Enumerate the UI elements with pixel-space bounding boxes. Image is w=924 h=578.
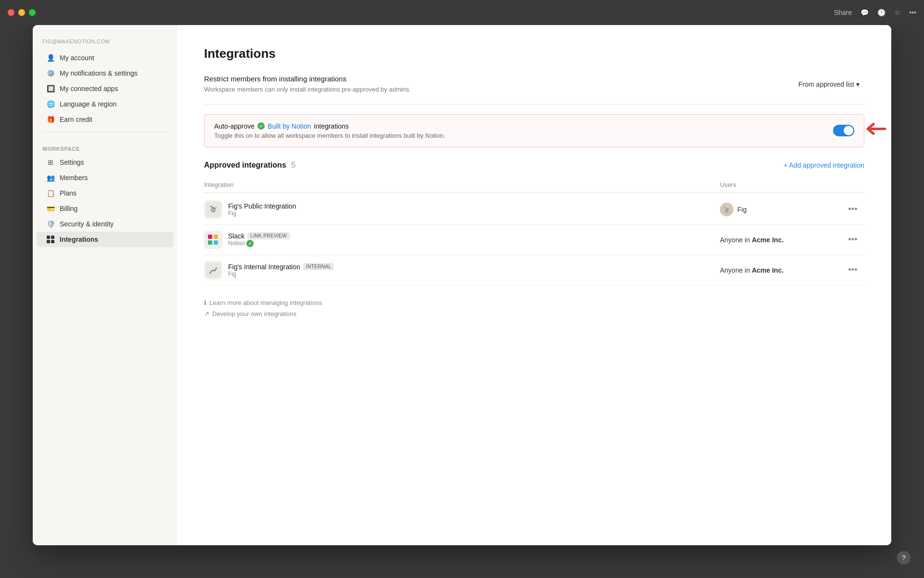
table-row: Fig's Internal Integration INTERNAL Fig … (204, 255, 864, 286)
figs-internal-details: Fig's Internal Integration INTERNAL Fig (228, 263, 334, 277)
sidebar-item-label-earn-credit: Earn credit (60, 116, 92, 123)
sidebar-item-label-my-notifications: My notifications & settings (60, 69, 138, 77)
more-options-figs-internal[interactable]: ••• (845, 263, 860, 278)
members-icon: 👥 (46, 173, 55, 182)
sidebar-item-settings[interactable]: ⊞ Settings (37, 155, 173, 170)
develop-integrations-label: Develop your own integrations (212, 310, 296, 317)
sidebar-divider (42, 132, 167, 132)
share-label[interactable]: Share (834, 9, 852, 16)
svg-point-9 (726, 210, 727, 211)
svg-rect-2 (47, 240, 50, 243)
sidebar: FIG@MAKENOTION.COM 👤 My account ⚙️ My no… (33, 25, 177, 545)
built-by-notion-label: Built by Notion (268, 122, 311, 130)
figs-public-integration-icon (204, 200, 222, 219)
toggle-knob (844, 126, 853, 135)
external-link-icon: ↗ (204, 310, 209, 317)
svg-rect-1 (51, 236, 54, 239)
connected-apps-icon: 🔲 (46, 84, 55, 93)
sidebar-item-my-account[interactable]: 👤 My account (37, 50, 173, 66)
chevron-down-icon: ▾ (856, 80, 860, 88)
sidebar-item-members[interactable]: 👥 Members (37, 170, 173, 185)
figs-internal-integration-icon (204, 261, 222, 279)
auto-approve-toggle[interactable] (833, 125, 854, 136)
billing-icon: 💳 (46, 204, 55, 213)
sidebar-item-label-members: Members (60, 174, 88, 182)
minimize-button[interactable] (18, 9, 25, 16)
titlebar-actions: Share 💬 🕐 ☆ ••• (834, 9, 916, 16)
user-avatar-fig (720, 203, 733, 216)
user-label-slack: Anyone in Acme Inc. (720, 236, 783, 244)
add-approved-integration-button[interactable]: + Add approved integration (783, 161, 864, 169)
actions-cell-slack: ••• (845, 232, 864, 248)
sidebar-item-label-language-region: Language & region (60, 100, 116, 108)
sidebar-item-language-region[interactable]: 🌐 Language & region (37, 96, 173, 112)
history-icon[interactable]: 🕐 (877, 9, 886, 16)
chat-icon[interactable]: 💬 (860, 9, 869, 16)
slack-sub: Notion ✓ (228, 240, 290, 248)
integration-cell-figs-internal: Fig's Internal Integration INTERNAL Fig (204, 261, 720, 279)
auto-approve-content: Auto-approve ✓ Built by Notion integrati… (214, 122, 445, 139)
traffic-lights (8, 9, 36, 16)
sidebar-item-label-my-account: My account (60, 54, 94, 62)
plans-icon: 📋 (46, 189, 55, 197)
develop-integrations-link[interactable]: ↗ Develop your own integrations (204, 310, 864, 317)
red-arrow-indicator (865, 122, 888, 140)
slack-details: Slack LINK PREVIEW Notion ✓ (228, 232, 290, 248)
figs-internal-name: Fig's Internal Integration INTERNAL (228, 263, 334, 271)
more-options-slack[interactable]: ••• (845, 232, 860, 248)
sidebar-item-label-settings: Settings (60, 158, 84, 166)
info-icon: ℹ (204, 299, 206, 306)
column-header-integration: Integration (204, 181, 720, 188)
restrict-text: Restrict members from installing integra… (204, 75, 411, 94)
sidebar-item-security-identity[interactable]: 🛡️ Security & identity (37, 216, 173, 232)
learn-more-link[interactable]: ℹ Learn more about managing integrations (204, 299, 864, 306)
language-icon: 🌐 (46, 100, 55, 108)
sidebar-item-label-billing: Billing (60, 205, 77, 212)
sidebar-item-earn-credit[interactable]: 🎁 Earn credit (37, 112, 173, 127)
close-button[interactable] (8, 9, 14, 16)
actions-cell-figs-public: ••• (845, 202, 864, 217)
slack-link-preview-badge: LINK PREVIEW (247, 232, 290, 239)
help-button[interactable]: ? (897, 551, 911, 565)
auto-approve-sub: Toggle this on to allow all workspace me… (214, 132, 445, 139)
user-bold-acme-slack: Acme Inc. (752, 236, 783, 244)
approved-integrations-title-group: Approved integrations 5 (204, 161, 295, 170)
integrations-icon (46, 235, 55, 244)
sidebar-email: FIG@MAKENOTION.COM (33, 39, 177, 50)
earn-credit-icon: 🎁 (46, 115, 55, 124)
auto-approve-text: Auto-approve ✓ Built by Notion integrati… (214, 122, 445, 130)
sidebar-item-my-notifications[interactable]: ⚙️ My notifications & settings (37, 66, 173, 81)
restrict-title: Restrict members from installing integra… (204, 75, 411, 83)
user-cell-slack: Anyone in Acme Inc. (720, 236, 845, 244)
figs-internal-badge: INTERNAL (303, 263, 334, 270)
security-icon: 🛡️ (46, 220, 55, 228)
svg-point-6 (213, 209, 214, 210)
sidebar-item-my-connected-apps[interactable]: 🔲 My connected apps (37, 81, 173, 96)
slack-notion-verified-icon: ✓ (246, 240, 254, 247)
restrict-section: Restrict members from installing integra… (204, 75, 864, 105)
sidebar-item-plans[interactable]: 📋 Plans (37, 185, 173, 201)
auto-approve-box: Auto-approve ✓ Built by Notion integrati… (204, 114, 864, 147)
more-icon[interactable]: ••• (909, 9, 916, 16)
user-label-figs-internal: Anyone in Acme Inc. (720, 266, 783, 274)
star-icon[interactable]: ☆ (894, 9, 900, 16)
figs-public-details: Fig's Public Integration Fig (228, 202, 296, 217)
sidebar-item-billing[interactable]: 💳 Billing (37, 201, 173, 216)
user-cell-figs-public: Fig (720, 203, 845, 216)
notion-verified-icon: ✓ (257, 122, 265, 130)
auto-approve-post: integrations (314, 122, 348, 130)
sidebar-item-integrations[interactable]: Integrations (37, 232, 173, 247)
slack-name: Slack LINK PREVIEW (228, 232, 290, 240)
figs-public-sub: Fig (228, 210, 296, 217)
approved-list-button[interactable]: From approved list ▾ (794, 78, 864, 91)
more-options-figs-public[interactable]: ••• (845, 202, 860, 217)
approved-integrations-header: Approved integrations 5 + Add approved i… (204, 161, 864, 170)
user-bold-acme-internal: Acme Inc. (752, 266, 783, 274)
maximize-button[interactable] (29, 9, 36, 16)
titlebar: Share 💬 🕐 ☆ ••• (0, 0, 924, 25)
integration-cell-slack: Slack LINK PREVIEW Notion ✓ (204, 231, 720, 249)
slack-integration-icon (204, 231, 222, 249)
svg-rect-3 (51, 240, 54, 243)
table-header: Integration Users (204, 177, 864, 193)
approved-integrations-title: Approved integrations (204, 161, 286, 169)
